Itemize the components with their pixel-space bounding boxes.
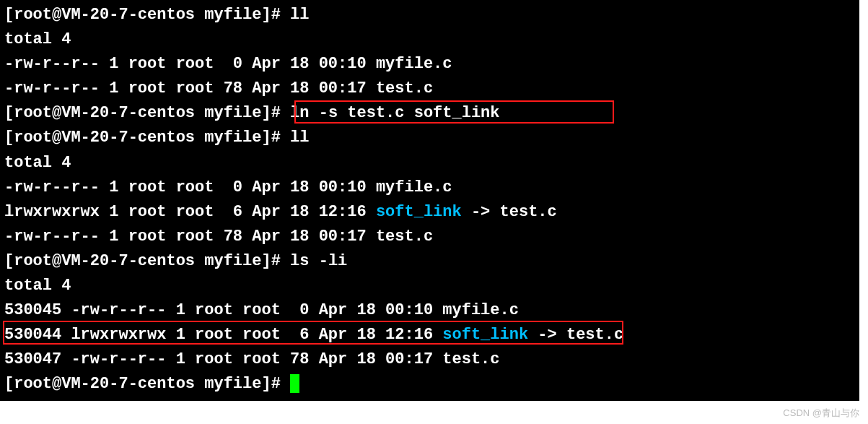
output-file-test: -rw-r--r-- 1 root root 78 Apr 18 00:17 t…	[4, 225, 855, 249]
command-ln: ln -s test.c soft_link	[290, 104, 499, 122]
output-file-test: -rw-r--r-- 1 root root 78 Apr 18 00:17 t…	[4, 77, 855, 101]
output-link-target: -> test.c	[462, 203, 557, 221]
command-ll: ll	[290, 6, 309, 24]
watermark-text: CSDN @青山与你	[783, 407, 859, 420]
command-ls-li: ls -li	[290, 252, 347, 270]
output-file-softlink: lrwxrwxrwx 1 root root 6 Apr 18 12:16 so…	[4, 200, 855, 225]
shell-prompt: [root@VM-20-7-centos myfile]#	[4, 375, 290, 393]
shell-prompt: [root@VM-20-7-centos myfile]#	[4, 6, 290, 24]
command-ll: ll	[290, 129, 309, 147]
output-file-myfile: -rw-r--r-- 1 root root 0 Apr 18 00:10 my…	[4, 52, 855, 77]
terminal-window[interactable]: [root@VM-20-7-centos myfile]# ll total 4…	[0, 0, 859, 401]
terminal-line: [root@VM-20-7-centos myfile]# ll	[4, 3, 855, 27]
terminal-line: [root@VM-20-7-centos myfile]# ln -s test…	[4, 101, 855, 126]
output-inode-myfile: 530045 -rw-r--r-- 1 root root 0 Apr 18 0…	[4, 298, 855, 323]
output-total: total 4	[4, 274, 855, 298]
shell-prompt: [root@VM-20-7-centos myfile]#	[4, 104, 290, 122]
output-link-prefix: lrwxrwxrwx 1 root root 6 Apr 18 12:16	[4, 203, 376, 221]
output-link-prefix: 530044 lrwxrwxrwx 1 root root 6 Apr 18 1…	[4, 326, 442, 344]
cursor-icon	[290, 374, 299, 393]
softlink-name: soft_link	[376, 203, 462, 221]
output-total: total 4	[4, 151, 855, 176]
output-file-myfile: -rw-r--r-- 1 root root 0 Apr 18 00:10 my…	[4, 176, 855, 200]
shell-prompt: [root@VM-20-7-centos myfile]#	[4, 129, 290, 147]
terminal-line: [root@VM-20-7-centos myfile]# ls -li	[4, 249, 855, 274]
output-inode-test: 530047 -rw-r--r-- 1 root root 78 Apr 18 …	[4, 347, 855, 372]
softlink-name: soft_link	[442, 326, 528, 344]
shell-prompt: [root@VM-20-7-centos myfile]#	[4, 252, 290, 270]
output-link-target: -> test.c	[528, 326, 623, 344]
output-inode-softlink: 530044 lrwxrwxrwx 1 root root 6 Apr 18 1…	[4, 323, 855, 347]
output-total: total 4	[4, 27, 855, 52]
terminal-line: [root@VM-20-7-centos myfile]# ll	[4, 126, 855, 150]
terminal-line: [root@VM-20-7-centos myfile]#	[4, 372, 855, 397]
